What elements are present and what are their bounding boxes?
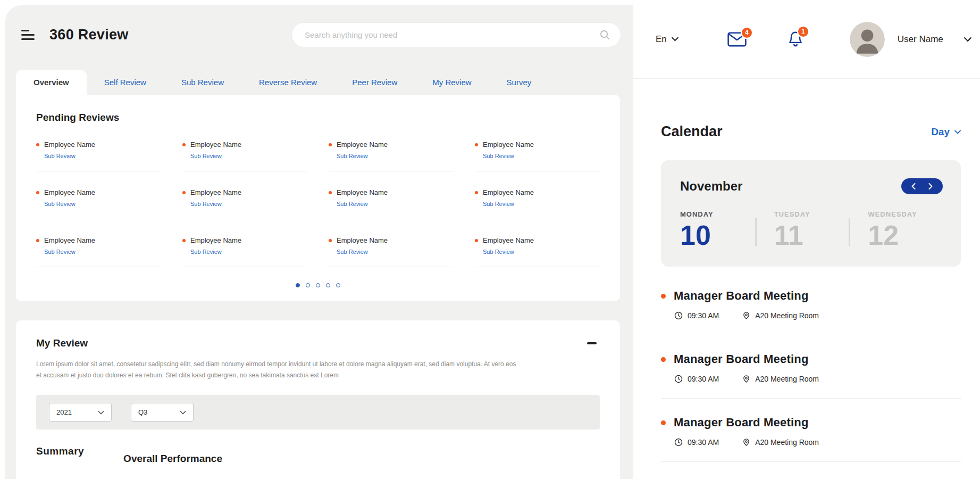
review-type-link[interactable]: Sub Review	[190, 201, 222, 207]
tab[interactable]: Reverse Review	[241, 70, 334, 95]
pending-review-item: Employee Name Sub Review	[475, 236, 600, 267]
messages-button[interactable]: 4	[727, 32, 747, 47]
review-type-link[interactable]: Sub Review	[44, 249, 76, 255]
bullet-icon	[36, 191, 39, 194]
review-type-link[interactable]: Sub Review	[483, 201, 514, 207]
month-label: November	[680, 179, 742, 194]
pending-review-item: Employee Name Sub Review	[475, 141, 600, 171]
language-selector[interactable]: En	[656, 34, 679, 45]
search-input[interactable]	[305, 30, 600, 39]
review-type-link[interactable]: Sub Review	[337, 153, 368, 159]
review-type-link[interactable]: Sub Review	[483, 249, 514, 255]
calendar-day[interactable]: TUESDAY 11	[755, 210, 849, 251]
calendar-view-select[interactable]: Day	[931, 126, 961, 138]
location-pin-icon	[742, 311, 750, 320]
search-icon[interactable]	[600, 30, 610, 40]
pending-review-item: Employee Name Sub Review	[329, 236, 454, 267]
menu-icon[interactable]	[20, 28, 36, 42]
employee-name: Employee Name	[190, 188, 241, 196]
event-time: 09:30 AM	[688, 311, 719, 320]
pagination-dot[interactable]	[336, 283, 340, 287]
employee-name: Employee Name	[190, 236, 241, 244]
collapse-button[interactable]	[584, 339, 600, 348]
pending-review-item: Employee Name Sub Review	[36, 141, 161, 171]
bullet-icon	[661, 357, 666, 362]
pagination-dot[interactable]	[296, 283, 300, 287]
review-type-link[interactable]: Sub Review	[44, 201, 76, 207]
pending-reviews-title: Pending Reviews	[36, 112, 600, 123]
tab[interactable]: Self Review	[87, 70, 164, 95]
day-label: MONDAY	[680, 210, 755, 218]
notifications-badge: 1	[797, 26, 809, 38]
next-month-button[interactable]	[926, 182, 935, 191]
employee-name: Employee Name	[190, 141, 241, 148]
bullet-icon	[661, 294, 666, 299]
year-select[interactable]: 2021	[49, 403, 112, 422]
bullet-icon	[329, 143, 332, 146]
calendar-view-value: Day	[931, 126, 950, 138]
employee-name: Employee Name	[44, 188, 95, 196]
month-nav	[901, 178, 943, 194]
tab[interactable]: Survey	[489, 70, 549, 95]
right-panel: En 4 1 User Name	[633, 0, 980, 479]
mail-badge: 4	[741, 27, 753, 39]
location-pin-icon	[742, 438, 750, 447]
user-name: User Name	[898, 34, 943, 45]
calendar-event[interactable]: Manager Board Meeting 09:30 AM	[661, 335, 961, 399]
calendar-month-card: November MONDAY 10	[661, 160, 961, 267]
bullet-icon	[36, 239, 39, 242]
pagination-dot[interactable]	[316, 283, 320, 287]
bullet-icon	[329, 239, 332, 242]
avatar[interactable]	[850, 22, 885, 57]
filter-bar: 2021 Q3	[36, 395, 600, 430]
bullet-icon	[475, 143, 478, 146]
day-number: 10	[680, 220, 755, 251]
employee-name: Employee Name	[483, 188, 534, 196]
prev-month-button[interactable]	[909, 182, 918, 191]
summary-title: Summary	[36, 445, 84, 457]
tab[interactable]: Sub Review	[164, 70, 241, 95]
review-type-link[interactable]: Sub Review	[483, 153, 514, 159]
pagination-dot[interactable]	[326, 283, 330, 287]
app-title: 360 Review	[49, 27, 129, 43]
bullet-icon	[182, 143, 186, 146]
pending-review-item: Employee Name Sub Review	[329, 188, 454, 219]
event-location: A20 Meeting Room	[755, 438, 819, 447]
quarter-select[interactable]: Q3	[131, 403, 194, 422]
user-menu-chevron-icon[interactable]	[964, 37, 971, 42]
review-type-link[interactable]: Sub Review	[190, 249, 222, 255]
pagination-dot[interactable]	[306, 283, 310, 287]
location-pin-icon	[742, 375, 750, 383]
pending-review-item: Employee Name Sub Review	[36, 188, 161, 219]
notifications-button[interactable]: 1	[788, 31, 803, 48]
tab[interactable]: Peer Review	[334, 70, 415, 95]
review-type-link[interactable]: Sub Review	[337, 249, 368, 255]
event-time: 09:30 AM	[688, 375, 719, 383]
pending-review-item: Employee Name Sub Review	[182, 188, 307, 219]
calendar-day[interactable]: WEDNESDAY 12	[849, 210, 943, 251]
chevron-down-icon	[180, 410, 186, 415]
calendar-event[interactable]: Manager Board Meeting 09:30 AM	[661, 272, 961, 335]
review-type-link[interactable]: Sub Review	[190, 153, 222, 159]
chevron-down-icon	[98, 410, 104, 415]
user-bar: En 4 1 User Name	[633, 0, 980, 79]
review-type-link[interactable]: Sub Review	[337, 201, 368, 207]
employee-name: Employee Name	[337, 236, 388, 244]
language-value: En	[656, 34, 667, 45]
pending-review-item: Employee Name Sub Review	[182, 236, 307, 267]
calendar-day[interactable]: MONDAY 10	[680, 210, 755, 251]
employee-name: Employee Name	[483, 236, 534, 244]
tab[interactable]: Overview	[16, 70, 87, 95]
event-title: Manager Board Meeting	[674, 289, 809, 303]
tab[interactable]: My Review	[415, 70, 489, 95]
calendar-event[interactable]: Manager Board Meeting 09:30 AM	[661, 399, 961, 462]
calendar-title: Calendar	[661, 123, 723, 140]
day-label: WEDNESDAY	[868, 210, 943, 218]
overall-performance-title: Overall Performance	[123, 453, 222, 465]
chevron-down-icon	[954, 130, 961, 134]
bullet-icon	[182, 191, 186, 194]
event-title: Manager Board Meeting	[674, 352, 809, 366]
bullet-icon	[182, 239, 186, 242]
search-box[interactable]	[291, 22, 621, 47]
review-type-link[interactable]: Sub Review	[44, 153, 76, 159]
